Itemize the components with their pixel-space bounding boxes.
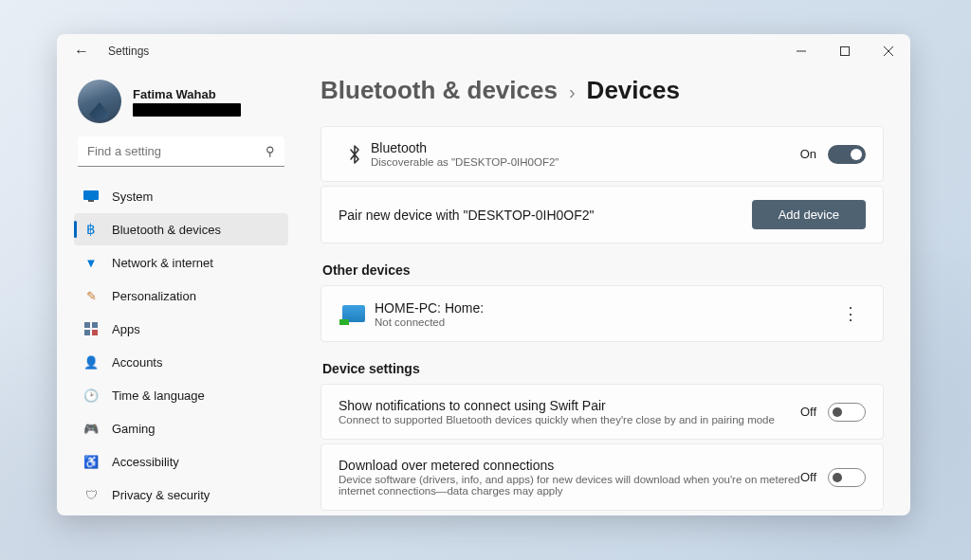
breadcrumb-parent[interactable]: Bluetooth & devices: [321, 76, 558, 105]
device-status: Not connected: [375, 316, 834, 328]
time-icon: 🕑: [83, 388, 99, 403]
bluetooth-subtitle: Discoverable as "DESKTOP-0IH0OF2": [371, 156, 800, 168]
apps-icon: [83, 321, 99, 336]
breadcrumb: Bluetooth & devices › Devices: [321, 76, 884, 105]
swift-pair-toggle[interactable]: [828, 403, 866, 422]
metered-sub: Device software (drivers, info, and apps…: [339, 474, 800, 497]
back-button[interactable]: ←: [74, 43, 89, 60]
sidebar-item-label: Privacy & security: [112, 488, 210, 502]
sidebar-item-label: Apps: [112, 322, 140, 336]
sidebar-item-label: System: [112, 190, 153, 204]
user-profile[interactable]: Fatima Wahab: [74, 76, 288, 136]
other-devices-header: Other devices: [322, 262, 884, 278]
network-icon: ▼: [83, 255, 99, 270]
swift-pair-title: Show notifications to connect using Swif…: [339, 398, 800, 413]
pair-card: Pair new device with "DESKTOP-0IH0OF2" A…: [321, 186, 884, 244]
main-content: Bluetooth & devices › Devices Bluetooth …: [300, 68, 910, 515]
avatar: [78, 80, 121, 123]
sidebar-item-bluetooth[interactable]: ฿ Bluetooth & devices: [74, 213, 288, 245]
sidebar-item-network[interactable]: ▼ Network & internet: [74, 246, 288, 279]
titlebar: ← Settings: [57, 34, 910, 68]
bluetooth-card: Bluetooth Discoverable as "DESKTOP-0IH0O…: [321, 126, 884, 182]
sidebar-item-personalization[interactable]: ✎ Personalization: [74, 280, 288, 312]
sidebar-item-label: Time & language: [112, 388, 205, 403]
swift-pair-card: Show notifications to connect using Swif…: [321, 384, 884, 440]
sidebar-item-label: Network & internet: [112, 256, 213, 270]
sidebar-item-label: Bluetooth & devices: [112, 223, 221, 237]
minimize-button[interactable]: [779, 34, 823, 68]
svg-rect-4: [83, 190, 99, 200]
accessibility-icon: ♿: [83, 454, 99, 469]
svg-rect-9: [92, 330, 98, 335]
metered-card: Download over metered connections Device…: [321, 443, 884, 511]
user-email-redacted: [133, 103, 241, 117]
maximize-icon: [840, 46, 850, 56]
bluetooth-state-label: On: [800, 147, 816, 161]
svg-rect-5: [88, 200, 94, 202]
svg-rect-7: [92, 322, 98, 328]
close-icon: [884, 46, 893, 56]
sidebar-item-apps[interactable]: Apps: [74, 313, 288, 345]
window-title: Settings: [108, 45, 149, 58]
sidebar-item-accounts[interactable]: 👤 Accounts: [74, 346, 288, 378]
sidebar-item-gaming[interactable]: 🎮 Gaming: [74, 412, 288, 444]
sidebar: Fatima Wahab ⚲ System ฿ Bluetooth & devi…: [57, 68, 300, 515]
svg-rect-6: [84, 322, 90, 328]
accounts-icon: 👤: [83, 354, 99, 370]
sidebar-item-system[interactable]: System: [74, 180, 288, 212]
svg-rect-8: [84, 330, 90, 335]
search-input[interactable]: [87, 144, 266, 158]
bluetooth-title: Bluetooth: [371, 140, 800, 155]
close-button[interactable]: [867, 34, 910, 68]
metered-state-label: Off: [800, 470, 816, 484]
sidebar-item-accessibility[interactable]: ♿ Accessibility: [74, 445, 288, 478]
maximize-button[interactable]: [823, 34, 867, 68]
sidebar-item-time[interactable]: 🕑 Time & language: [74, 379, 288, 411]
privacy-icon: 🛡: [83, 487, 99, 502]
minimize-icon: [797, 46, 806, 56]
metered-toggle[interactable]: [828, 468, 866, 487]
other-device-row[interactable]: HOME-PC: Home: Not connected ⋮: [321, 285, 884, 342]
personalization-icon: ✎: [83, 288, 99, 303]
user-name: Fatima Wahab: [133, 87, 241, 101]
more-icon[interactable]: ⋮: [834, 299, 866, 328]
sidebar-item-privacy[interactable]: 🛡 Privacy & security: [74, 479, 288, 511]
bluetooth-icon: [339, 144, 371, 165]
device-name: HOME-PC: Home:: [375, 300, 834, 316]
add-device-button[interactable]: Add device: [752, 200, 866, 229]
sidebar-item-label: Accounts: [112, 355, 162, 370]
swift-pair-state-label: Off: [800, 405, 816, 419]
metered-title: Download over metered connections: [339, 458, 800, 473]
search-box[interactable]: ⚲: [78, 136, 284, 167]
search-icon: ⚲: [266, 144, 275, 158]
swift-pair-sub: Connect to supported Bluetooth devices q…: [339, 414, 800, 425]
nav: System ฿ Bluetooth & devices ▼ Network &…: [74, 180, 288, 511]
pair-text: Pair new device with "DESKTOP-0IH0OF2": [339, 208, 752, 223]
bluetooth-icon: ฿: [83, 222, 99, 237]
breadcrumb-current: Devices: [587, 76, 680, 105]
device-icon: [342, 305, 365, 322]
settings-window: ← Settings Fatima Wahab: [57, 34, 910, 515]
svg-rect-1: [841, 47, 850, 56]
sidebar-item-label: Personalization: [112, 289, 196, 303]
chevron-right-icon: ›: [569, 81, 576, 103]
system-icon: [83, 189, 99, 204]
sidebar-item-label: Gaming: [112, 422, 156, 436]
device-settings-header: Device settings: [322, 361, 884, 376]
sidebar-item-label: Accessibility: [112, 455, 179, 469]
gaming-icon: 🎮: [83, 421, 99, 436]
bluetooth-toggle[interactable]: [828, 145, 866, 164]
